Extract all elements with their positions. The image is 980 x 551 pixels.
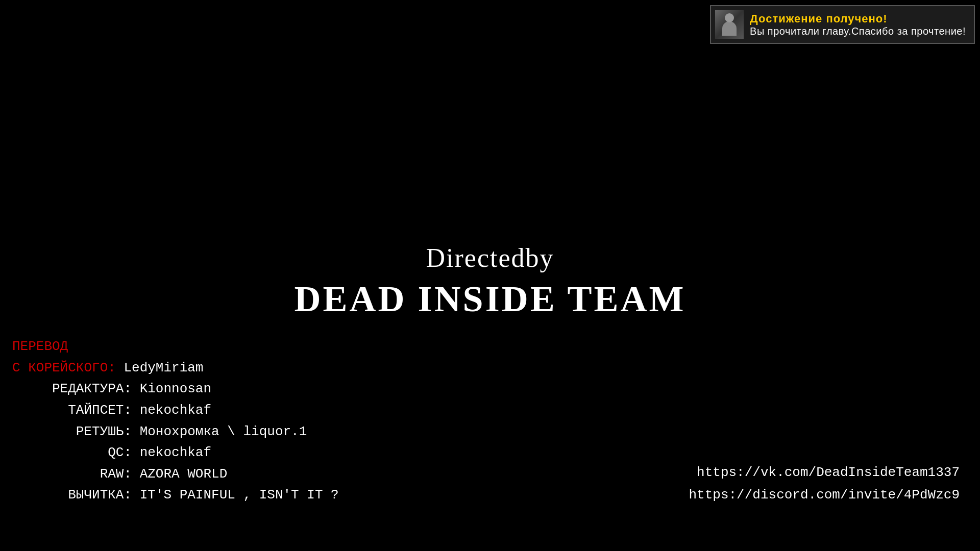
credit-value: nekochkaf xyxy=(140,403,211,418)
credits-section: ПЕРЕВОДС КОРЕЙСКОГО: LedyMiriam РЕДАКТУР… xyxy=(12,336,339,506)
credit-label: QC: xyxy=(12,445,140,460)
credit-red-label: ПЕРЕВОД xyxy=(12,339,68,354)
credit-value: Kionnosan xyxy=(140,381,211,396)
credit-line-6: RAW: AZORA WORLD xyxy=(12,464,339,485)
credit-label: RAW: xyxy=(12,466,140,482)
achievement-avatar xyxy=(715,10,744,39)
discord-link: https://discord.com/invite/4PdWzc9 xyxy=(689,484,960,506)
credit-line-1: С КОРЕЙСКОГО: LedyMiriam xyxy=(12,358,339,379)
links-section: https://vk.com/DeadInsideTeam1337 https:… xyxy=(689,461,960,506)
vk-link: https://vk.com/DeadInsideTeam1337 xyxy=(689,461,960,484)
credit-line-3: ТАЙПСЕТ: nekochkaf xyxy=(12,400,339,421)
credit-value: AZORA WORLD xyxy=(140,466,228,482)
credit-line-5: QC: nekochkaf xyxy=(12,442,339,464)
credit-label: РЕТУШЬ: xyxy=(12,424,140,439)
achievement-title: Достижение получено! xyxy=(750,12,966,26)
credit-label: ВЫЧИТКА: xyxy=(12,487,140,503)
credit-line-2: РЕДАКТУРА: Kionnosan xyxy=(12,379,339,400)
credit-value: Монохромка \ liquor.1 xyxy=(140,424,307,439)
credit-value: nekochkaf xyxy=(140,445,211,460)
credit-label: РЕДАКТУРА: xyxy=(12,381,140,396)
team-name-text: DEAD INSIDE TEAM xyxy=(295,276,686,323)
credit-line-0: ПЕРЕВОД xyxy=(12,336,339,358)
credit-line-4: РЕТУШЬ: Монохромка \ liquor.1 xyxy=(12,421,339,443)
credit-red-label: С КОРЕЙСКОГО: xyxy=(12,360,124,375)
directed-by-text: Directedby xyxy=(295,241,686,276)
achievement-description: Вы прочитали главу.Спасибо за прочтение! xyxy=(750,26,966,37)
credit-label: ТАЙПСЕТ: xyxy=(12,403,140,418)
achievement-text-block: Достижение получено! Вы прочитали главу.… xyxy=(750,12,966,37)
achievement-notification: Достижение получено! Вы прочитали главу.… xyxy=(710,5,975,44)
credit-value: LedyMiriam xyxy=(124,360,203,375)
main-content: Directedby DEAD INSIDE TEAM xyxy=(295,241,686,323)
credit-value: IT'S PAINFUL , ISN'T IT ? xyxy=(140,487,339,503)
credit-line-7: ВЫЧИТКА: IT'S PAINFUL , ISN'T IT ? xyxy=(12,485,339,506)
